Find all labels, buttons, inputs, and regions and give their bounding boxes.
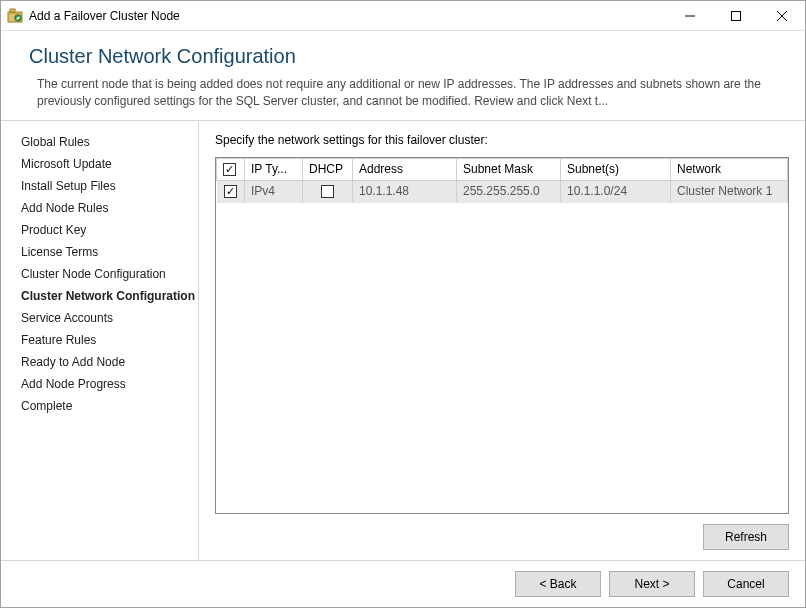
page-heading: Cluster Network Configuration bbox=[29, 45, 777, 68]
nav-step[interactable]: Product Key bbox=[19, 219, 198, 241]
steps-nav: Global RulesMicrosoft UpdateInstall Setu… bbox=[1, 121, 199, 560]
network-grid: IP Ty... DHCP Address Subnet Mask Subnet… bbox=[215, 157, 789, 514]
cell-subnets: 10.1.1.0/24 bbox=[561, 180, 671, 202]
col-header-network[interactable]: Network bbox=[671, 158, 788, 180]
minimize-button[interactable] bbox=[667, 1, 713, 30]
nav-step[interactable]: License Terms bbox=[19, 241, 198, 263]
col-header-mask[interactable]: Subnet Mask bbox=[457, 158, 561, 180]
row-select-checkbox[interactable] bbox=[224, 185, 237, 198]
row-select-cell[interactable] bbox=[217, 180, 245, 202]
titlebar: Add a Failover Cluster Node bbox=[1, 1, 805, 31]
nav-step[interactable]: Add Node Progress bbox=[19, 373, 198, 395]
app-icon bbox=[7, 8, 23, 24]
grid-row[interactable]: IPv410.1.1.48255.255.255.010.1.1.0/24Clu… bbox=[217, 180, 788, 202]
content-panel: Specify the network settings for this fa… bbox=[199, 121, 805, 560]
nav-step[interactable]: Ready to Add Node bbox=[19, 351, 198, 373]
refresh-button[interactable]: Refresh bbox=[703, 524, 789, 550]
instruction-text: Specify the network settings for this fa… bbox=[215, 133, 789, 147]
col-header-subnets[interactable]: Subnet(s) bbox=[561, 158, 671, 180]
grid-header-row: IP Ty... DHCP Address Subnet Mask Subnet… bbox=[217, 158, 788, 180]
col-header-iptype[interactable]: IP Ty... bbox=[245, 158, 303, 180]
cell-address: 10.1.1.48 bbox=[353, 180, 457, 202]
header-panel: Cluster Network Configuration The curren… bbox=[1, 31, 805, 121]
cell-dhcp[interactable] bbox=[303, 180, 353, 202]
nav-step[interactable]: Service Accounts bbox=[19, 307, 198, 329]
window-title: Add a Failover Cluster Node bbox=[29, 9, 667, 23]
nav-step[interactable]: Complete bbox=[19, 395, 198, 417]
select-all-checkbox[interactable] bbox=[223, 163, 236, 176]
back-button[interactable]: < Back bbox=[515, 571, 601, 597]
next-button[interactable]: Next > bbox=[609, 571, 695, 597]
col-header-select[interactable] bbox=[217, 158, 245, 180]
nav-step[interactable]: Cluster Network Configuration bbox=[19, 285, 198, 307]
nav-step[interactable]: Global Rules bbox=[19, 131, 198, 153]
cancel-button[interactable]: Cancel bbox=[703, 571, 789, 597]
nav-step[interactable]: Feature Rules bbox=[19, 329, 198, 351]
footer: < Back Next > Cancel bbox=[1, 560, 805, 607]
page-description: The current node that is being added doe… bbox=[29, 76, 777, 110]
svg-rect-2 bbox=[10, 9, 15, 12]
nav-step[interactable]: Microsoft Update bbox=[19, 153, 198, 175]
col-header-address[interactable]: Address bbox=[353, 158, 457, 180]
dhcp-checkbox[interactable] bbox=[321, 185, 334, 198]
nav-step[interactable]: Install Setup Files bbox=[19, 175, 198, 197]
svg-rect-5 bbox=[732, 11, 741, 20]
wizard-window: Add a Failover Cluster Node Cluster Netw… bbox=[0, 0, 806, 608]
cell-iptype: IPv4 bbox=[245, 180, 303, 202]
cell-mask: 255.255.255.0 bbox=[457, 180, 561, 202]
maximize-button[interactable] bbox=[713, 1, 759, 30]
window-controls bbox=[667, 1, 805, 30]
nav-step[interactable]: Cluster Node Configuration bbox=[19, 263, 198, 285]
close-button[interactable] bbox=[759, 1, 805, 30]
col-header-dhcp[interactable]: DHCP bbox=[303, 158, 353, 180]
nav-step[interactable]: Add Node Rules bbox=[19, 197, 198, 219]
cell-network: Cluster Network 1 bbox=[671, 180, 788, 202]
